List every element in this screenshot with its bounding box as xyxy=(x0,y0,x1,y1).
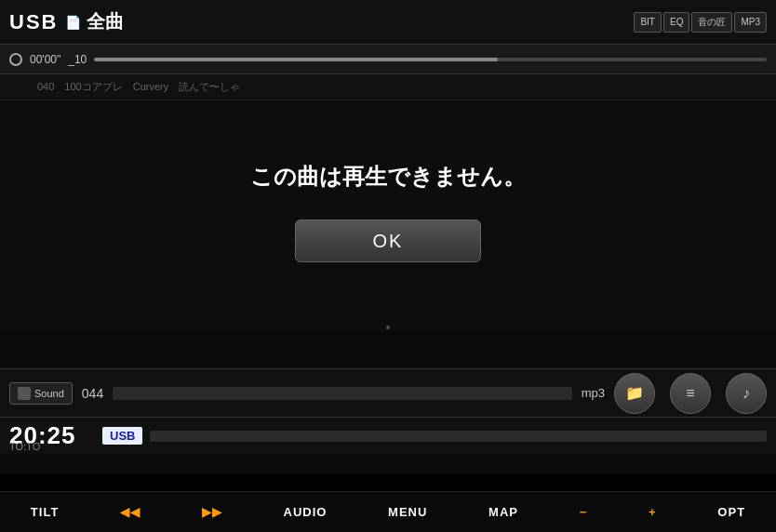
sub-time-display: TO:TO xyxy=(9,441,40,452)
map-button[interactable]: MAP xyxy=(479,501,528,523)
list-icon: ≡ xyxy=(686,385,694,402)
nav-info-blurred xyxy=(150,431,767,442)
menu-button[interactable]: MENU xyxy=(379,501,436,523)
track-progress-bar xyxy=(94,58,767,61)
track-format: mp3 xyxy=(582,386,605,400)
source-label: USB xyxy=(9,10,58,34)
header-bar: USB 📄 全曲 BIT EQ 音の匠 MP3 xyxy=(0,0,776,45)
track-number: 044 xyxy=(82,386,103,401)
opt-button[interactable]: OPT xyxy=(708,501,755,523)
sound-quality-button[interactable]: 音の匠 xyxy=(691,12,732,33)
audio-button[interactable]: AUDIO xyxy=(274,501,337,523)
track-number-display: _10 xyxy=(68,53,87,66)
subtitle-row: 040 100コアプレ Curvery 読んで〜しゃ xyxy=(0,74,776,100)
playback-controls: 📁 ≡ ♪ xyxy=(614,373,767,414)
separator xyxy=(0,324,776,331)
main-screen: USB 📄 全曲 BIT EQ 音の匠 MP3 00'00" _10 040 1… xyxy=(0,0,776,474)
music-icon: ♪ xyxy=(743,385,750,402)
sound-icon xyxy=(18,387,31,400)
folder-button[interactable]: 📁 xyxy=(614,373,655,414)
minus-button[interactable]: − xyxy=(570,501,597,523)
dialog-message: この曲は再生できません。 xyxy=(250,162,526,192)
sound-badge: Sound xyxy=(9,382,73,405)
prev-button[interactable]: ◀◀ xyxy=(111,501,150,523)
track-name-blurred xyxy=(113,387,572,400)
eq-button[interactable]: EQ xyxy=(663,12,689,33)
plus-button[interactable]: + xyxy=(639,501,666,523)
time-nav-bar: 20:25 USB xyxy=(0,417,776,454)
subtitle-text: 040 100コアプレ Curvery 読んで〜しゃ xyxy=(37,80,240,94)
sound-label: Sound xyxy=(34,388,64,399)
play-circle-icon xyxy=(9,53,22,66)
header-button-group: BIT EQ 音の匠 MP3 xyxy=(634,12,767,33)
dialog-ok-button[interactable]: OK xyxy=(295,219,481,262)
track-time: 00'00" xyxy=(30,53,60,66)
format-button[interactable]: MP3 xyxy=(734,12,767,33)
list-button[interactable]: ≡ xyxy=(670,373,711,414)
main-content: この曲は再生できません。 OK xyxy=(0,100,776,324)
music-button[interactable]: ♪ xyxy=(726,373,767,414)
media-icon: 📄 xyxy=(65,15,81,30)
bit-button[interactable]: BIT xyxy=(634,12,662,33)
track-bar: 00'00" _10 xyxy=(0,45,776,74)
next-button[interactable]: ▶▶ xyxy=(193,501,232,523)
function-bar: TILT ◀◀ ▶▶ AUDIO MENU MAP − + OPT xyxy=(0,491,776,532)
separator-dot xyxy=(386,326,390,329)
track-progress-fill xyxy=(94,58,498,61)
bottom-info-bar: Sound 044 mp3 📁 ≡ ♪ xyxy=(0,368,776,417)
mode-label: 全曲 xyxy=(87,9,124,34)
usb-badge: USB xyxy=(102,427,142,445)
folder-icon: 📁 xyxy=(625,384,644,402)
tilt-button[interactable]: TILT xyxy=(21,501,68,523)
